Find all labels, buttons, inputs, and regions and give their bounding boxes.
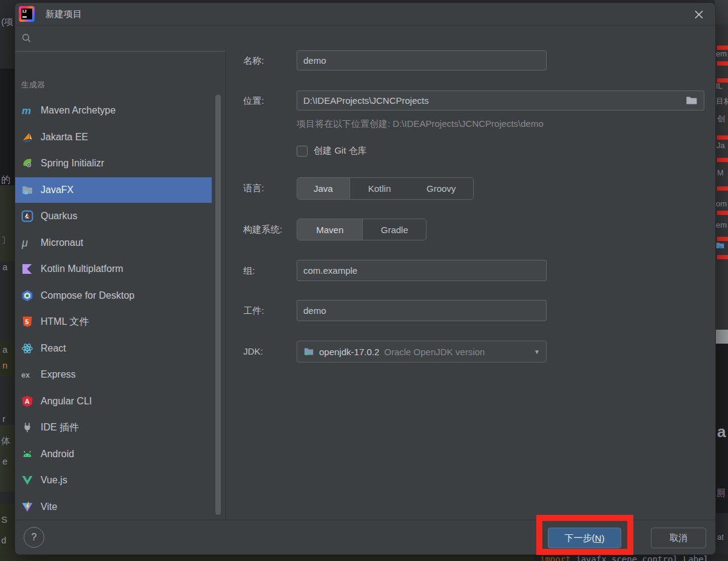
language-option-kotlin[interactable]: Kotlin <box>350 178 410 199</box>
sidebar-item-html-file[interactable]: 5 HTML 文件 <box>15 309 212 335</box>
bg-block <box>0 185 15 261</box>
bg-block <box>715 330 728 344</box>
code-keyword: import <box>540 554 571 561</box>
sidebar-item-compose-for-desktop[interactable]: Compose for Desktop <box>15 283 212 308</box>
sidebar-item-label: Angular CLI <box>41 396 92 407</box>
svg-text:ex: ex <box>21 370 30 379</box>
maven-icon: m <box>21 104 33 117</box>
express-icon: ex <box>21 369 33 381</box>
sidebar-item-react[interactable]: React <box>15 336 212 361</box>
kotlin-icon <box>21 263 33 275</box>
clipped-list-item: ⋯⋯ <box>36 47 109 50</box>
language-segmented: Java Kotlin Groovy <box>297 177 474 200</box>
bg-text-fragment: r <box>2 414 5 423</box>
language-option-groovy[interactable]: Groovy <box>409 178 473 199</box>
sidebar-item-label: Kotlin Multiplatform <box>41 264 123 274</box>
browse-folder-icon[interactable] <box>686 95 698 106</box>
bg-text-fragment: em <box>716 221 727 229</box>
location-value: D:\IDEAProjects\JCNCProjects <box>303 95 686 106</box>
bg-text-fragment: om <box>716 200 727 208</box>
svg-text:m: m <box>22 105 31 117</box>
bg-text-fragment: a <box>2 345 7 354</box>
red-mark <box>717 186 728 191</box>
plugin-icon <box>21 421 33 433</box>
location-input[interactable]: D:\IDEAProjects\JCNCProjects <box>297 90 704 110</box>
sidebar-scrollbar[interactable] <box>215 95 221 515</box>
intellij-logo-icon: IJ <box>19 6 35 22</box>
bg-text-fragment: 创 <box>717 115 725 123</box>
sidebar-item-angular-cli[interactable]: A Angular CLI <box>15 389 212 414</box>
language-option-java[interactable]: Java <box>297 178 350 199</box>
sidebar-item-spring-initializr[interactable]: Spring Initializr <box>15 151 212 176</box>
jdk-value: openjdk-17.0.2 <box>319 347 379 357</box>
section-label-generators: 生成器 <box>21 80 45 90</box>
sidebar-item-micronaut[interactable]: μ Micronaut <box>15 230 212 256</box>
red-mark <box>717 61 728 66</box>
sidebar-item-maven-archetype[interactable]: m Maven Archetype <box>15 98 212 123</box>
dialog-title: 新建项目 <box>46 8 82 20</box>
panel-divider <box>225 52 226 520</box>
bg-text-fragment: a <box>2 262 7 271</box>
sidebar-item-label: IDE 插件 <box>41 421 79 434</box>
bg-block <box>0 69 15 185</box>
jdk-select[interactable]: openjdk-17.0.2 Oracle OpenJDK version ▼ <box>297 341 547 362</box>
bg-text-fragment: (项 <box>1 17 13 26</box>
sidebar-item-vuejs[interactable]: Vue.js <box>15 467 212 493</box>
bg-text-fragment: em <box>716 50 727 58</box>
bg-text-fragment: e <box>2 457 7 466</box>
bg-text-fragment: S <box>1 515 7 524</box>
group-input[interactable]: com.example <box>297 260 547 281</box>
search-icon <box>21 33 32 43</box>
help-button[interactable]: ? <box>24 527 44 548</box>
bg-text-fragment: 〕 <box>1 236 10 245</box>
close-button[interactable] <box>693 9 704 20</box>
cancel-button[interactable]: 取消 <box>651 528 706 548</box>
dialog-titlebar: IJ 新建项目 <box>15 3 715 25</box>
help-icon: ? <box>32 532 37 543</box>
folder-mini-icon <box>716 242 724 249</box>
build-option-gradle[interactable]: Gradle <box>363 219 426 240</box>
red-mark <box>717 135 728 140</box>
git-checkbox[interactable] <box>297 146 308 157</box>
bg-text-fragment: a <box>717 424 726 440</box>
sidebar-item-quarkus[interactable]: Quarkus <box>15 203 212 229</box>
sidebar-item-label: Quarkus <box>41 211 77 222</box>
jdk-folder-icon <box>303 346 314 357</box>
sidebar-item-kotlin-multiplatform[interactable]: Kotlin Multiplatform <box>15 256 212 282</box>
sidebar-item-ide-plugin[interactable]: IDE 插件 <box>15 415 212 440</box>
bg-text-fragment: 体 <box>1 436 10 445</box>
jdk-label: JDK: <box>243 346 263 356</box>
sidebar-item-label: HTML 文件 <box>41 316 89 328</box>
intellij-logo-text: IJ <box>21 8 32 19</box>
bg-text-fragment: M <box>717 169 724 177</box>
sidebar-item-label: Vue.js <box>41 475 67 486</box>
name-input[interactable]: demo <box>297 50 547 70</box>
artifact-input[interactable]: demo <box>297 300 547 321</box>
sidebar-item-vite[interactable]: Vite <box>15 494 212 520</box>
artifact-label: 工件: <box>243 305 264 317</box>
sidebar-item-javafx[interactable]: JavaFX <box>15 177 212 203</box>
name-value: demo <box>303 55 326 66</box>
android-icon <box>21 448 33 460</box>
react-icon <box>21 342 33 355</box>
jdk-detail: Oracle OpenJDK version <box>384 347 529 357</box>
artifact-value: demo <box>303 305 326 316</box>
sidebar-item-label: Compose for Desktop <box>41 290 135 301</box>
bg-text-fragment: Ja <box>716 141 725 149</box>
svg-text:5: 5 <box>25 318 29 325</box>
vue-icon <box>21 474 33 486</box>
sidebar-item-label: Spring Initializr <box>41 158 104 169</box>
git-checkbox-row: 创建 Git 仓库 <box>297 145 367 157</box>
html5-icon: 5 <box>21 316 33 328</box>
sidebar-item-express[interactable]: ex Express <box>15 362 212 387</box>
sidebar-item-android[interactable]: Android <box>15 441 212 467</box>
generator-list: 生成器 m Maven Archetype Jakarta EE Spring … <box>15 52 225 520</box>
sidebar-item-label: Micronaut <box>41 237 83 248</box>
chevron-down-icon: ▼ <box>534 348 540 355</box>
build-option-maven[interactable]: Maven <box>297 219 363 240</box>
sidebar-item-jakarta-ee[interactable]: Jakarta EE <box>15 124 212 150</box>
build-system-label: 构建系统: <box>243 224 282 236</box>
sidebar-item-label: Android <box>41 449 74 460</box>
sidebar-item-label: Maven Archetype <box>41 105 116 116</box>
code-line: import javafx.scene.control.Label <box>540 554 709 561</box>
